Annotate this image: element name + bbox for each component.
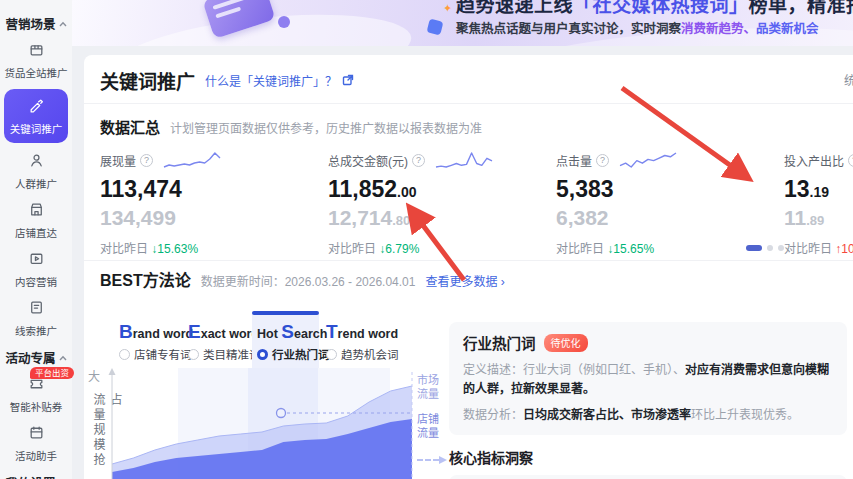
sidebar-item-store-direct[interactable]: 店铺直达 <box>4 199 68 242</box>
section-title: 活动专属 <box>5 348 55 367</box>
sparkline-chart <box>163 151 221 169</box>
metric-clicks: 点击量? 5,383 6,382 对比昨日 ↓15.65% <box>556 151 784 256</box>
summary-title: 数据汇总 <box>100 116 160 137</box>
carousel-dot[interactable] <box>746 245 762 251</box>
analysis-line: 数据分析：日均成交新客占比、市场渗透率环比上升表现优秀。 <box>463 406 833 425</box>
external-link-icon[interactable] <box>342 72 354 90</box>
sidebar-section-settings[interactable]: 我的设置 <box>0 473 72 479</box>
sidebar-item-label: 店铺直达 <box>15 225 57 240</box>
sidebar-item-label: 货品全站推广 <box>5 65 68 80</box>
sidebar-item-label: 人群推广 <box>15 176 57 191</box>
sidebar-item-label: 智能补贴券 <box>10 399 63 414</box>
banner-headline: 趋势速递上线「社交媒体热搜词」榜单，精准捕捉 <box>456 0 853 17</box>
best-tabs: Brand word 店铺专有词 Exact word 类目精准词 Hot Se… <box>114 314 388 370</box>
best-methodology-header: BEST方法论 数据更新时间：2026.03.26 - 2026.04.01 查… <box>84 267 853 291</box>
metric-value: 13.19 <box>784 176 853 203</box>
chevron-up-icon <box>59 21 67 27</box>
sparkle-icon: ✦ <box>443 2 452 15</box>
definition-line: 定义描述：行业大词（例如口红、手机）、对应有消费需求但意向模糊的人群，拉新效果显… <box>463 361 833 398</box>
sidebar-item-label: 关键词推广 <box>10 121 63 136</box>
sidebar-item-label: 内容营销 <box>15 274 57 289</box>
platform-funded-badge: 平台出资 <box>30 367 74 379</box>
help-icon[interactable]: ? <box>848 154 853 167</box>
radio-icon[interactable] <box>119 349 130 360</box>
carousel-dots <box>746 245 784 251</box>
metric-compare: 对比昨日 ↓15.63% <box>100 239 328 256</box>
hot-words-definition-card: 行业热门词待优化 定义描述：行业大词（例如口红、手机）、对应有消费需求但意向模糊… <box>449 322 847 435</box>
to-optimize-badge: 待优化 <box>544 334 588 352</box>
tab-hot-search[interactable]: Hot Search 行业热门词 <box>252 314 319 370</box>
help-icon[interactable]: ? <box>412 154 425 167</box>
view-more-data-link[interactable]: 查看更多数据 › <box>425 272 504 289</box>
main-panel: 关键词推广 什么是「关键词推广」？ 统 数据汇总 计划管理页面数据仅供参考，历史… <box>84 55 853 479</box>
carousel-dot[interactable] <box>778 245 784 251</box>
sidebar-item-audience-promo[interactable]: 人群推广 <box>4 150 68 193</box>
sidebar-item-product-sitewide-promo[interactable]: 货品全站推广 <box>4 39 68 82</box>
kpi-card: 日均成交新客占比? 39.83% 环比 ↓5.25% ? 同行同层前10：34.… <box>449 475 847 479</box>
truncated-right-text: 统 <box>844 71 853 88</box>
box-icon <box>28 41 45 62</box>
sidebar-section-marketing[interactable]: 营销场景 <box>0 14 72 33</box>
metric-gmv: 总成交金额(元)? 11,852.00 12,714.80 对比昨日 ↓6.79… <box>328 151 556 256</box>
sidebar-section-activity[interactable]: 活动专属 <box>0 348 72 367</box>
metric-prev-value: 6,382 <box>556 206 784 230</box>
metric-impressions: 展现量? 113,474 134,499 对比昨日 ↓15.63% <box>100 151 328 256</box>
sparkline-chart <box>435 151 493 169</box>
x-axis-arrow <box>417 459 439 461</box>
insight-column: 行业热门词待优化 定义描述：行业大词（例如口红、手机）、对应有消费需求但意向模糊… <box>449 322 847 479</box>
metric-compare: 对比昨日 ↓6.79% <box>328 239 556 256</box>
metric-roi: 投入产出比? 13.19 11.89 对比昨日 ↑10.93% <box>784 151 853 256</box>
help-icon[interactable]: ? <box>140 154 153 167</box>
help-icon[interactable]: ? <box>596 154 609 167</box>
sparkline-chart <box>619 151 677 169</box>
what-is-link[interactable]: 什么是「关键词推广」？ <box>205 72 337 89</box>
document-edit-icon <box>28 299 45 320</box>
radio-icon[interactable] <box>326 349 337 360</box>
sidebar-item-content-marketing[interactable]: 内容营销 <box>4 248 68 291</box>
metric-label: 总成交金额(元) <box>328 152 408 169</box>
metric-prev-value: 12,714.80 <box>328 206 556 230</box>
shop-icon <box>28 201 45 222</box>
card-title: 行业热门词 <box>463 332 536 353</box>
metric-value: 113,474 <box>100 176 328 203</box>
series-label-shop-traffic: 店铺流量 <box>417 413 443 441</box>
metric-compare: 对比昨日 ↑10.93% <box>784 239 853 256</box>
section-title: 我的设置 <box>5 473 55 479</box>
y-axis-max-label: 大 <box>88 367 100 384</box>
tab-trend-word[interactable]: Trend word 趋势机会词 <box>321 314 388 370</box>
tab-exact-word[interactable]: Exact word 类目精准词 <box>183 314 250 370</box>
promo-banner[interactable]: ✦ 趋势速递上线「社交媒体热搜词」榜单，精准捕捉 聚焦热点话题与用户真实讨论，实… <box>72 0 853 46</box>
divider <box>84 260 853 261</box>
sidebar-item-label: 线索推广 <box>15 323 57 338</box>
core-metrics-title: 核心指标洞察 <box>449 447 847 467</box>
metric-label: 展现量 <box>100 152 136 169</box>
radio-icon[interactable] <box>257 349 268 360</box>
calendar-icon <box>28 424 45 445</box>
radio-icon[interactable] <box>188 349 199 360</box>
video-icon <box>28 250 45 271</box>
person-icon <box>28 152 45 173</box>
data-update-time: 数据更新时间：2026.03.26 - 2026.04.01 <box>201 272 416 289</box>
summary-header: 数据汇总 计划管理页面数据仅供参考，历史推广数据以报表数据为准 <box>84 104 853 139</box>
sidebar: 营销场景 货品全站推广 关键词推广 人群推广 店铺直达 内容营销 线索推广 <box>0 0 72 479</box>
keyword-icon <box>28 97 45 118</box>
banner-text: 趋势速递上线「社交媒体热搜词」榜单，精准捕捉 聚焦热点话题与用户真实讨论，实时洞… <box>456 0 853 37</box>
traffic-area-chart <box>104 368 416 479</box>
carousel-dot[interactable] <box>767 245 773 251</box>
sidebar-item-smart-coupon[interactable]: 平台出资 智能补贴券 <box>4 373 68 416</box>
page-title: 关键词推广 <box>100 67 195 94</box>
summary-note: 计划管理页面数据仅供参考，历史推广数据以报表数据为准 <box>170 119 482 136</box>
metric-prev-value: 134,499 <box>100 206 328 230</box>
banner-chip-decoration <box>427 19 444 36</box>
page-header: 关键词推广 什么是「关键词推广」？ 统 <box>84 55 853 103</box>
metric-value: 11,852.00 <box>328 176 556 203</box>
tab-brand-word[interactable]: Brand word 店铺专有词 <box>114 314 181 370</box>
metrics-row: 展现量? 113,474 134,499 对比昨日 ↓15.63% 总成交金额(… <box>84 139 853 256</box>
sidebar-item-lead-promo[interactable]: 线索推广 <box>4 297 68 340</box>
metric-label: 投入产出比 <box>784 152 844 169</box>
sidebar-item-activity-assistant[interactable]: 活动助手 <box>4 422 68 465</box>
sidebar-item-label: 活动助手 <box>15 448 57 463</box>
metric-prev-value: 11.89 <box>784 206 853 230</box>
sidebar-item-keyword-promo[interactable]: 关键词推广 <box>4 89 68 143</box>
banner-subline: 聚焦热点话题与用户真实讨论，实时洞察消费新趋势、品类新机会 <box>456 18 853 37</box>
